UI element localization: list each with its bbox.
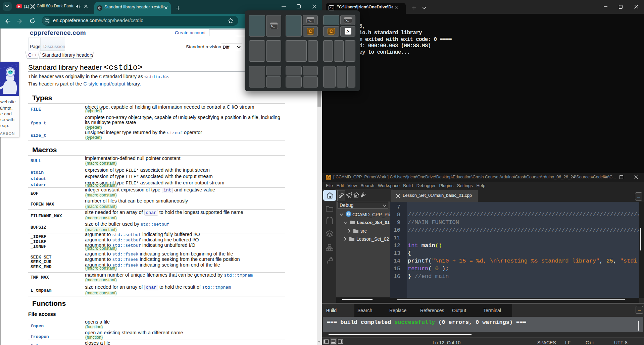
svg-text:C:\: C:\ [330, 7, 333, 9]
svg-text:C: C [347, 212, 350, 216]
